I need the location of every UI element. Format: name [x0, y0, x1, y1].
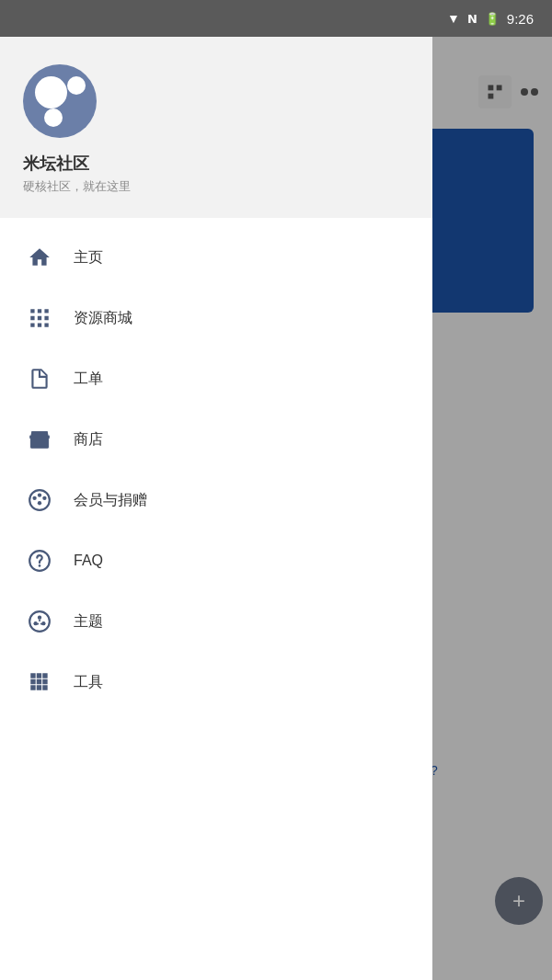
nav-item-membership[interactable]: 会员与捐赠 — [0, 470, 432, 530]
nav-label-store: 资源商城 — [74, 309, 132, 328]
battery-icon: 🔋 — [485, 12, 500, 26]
nav-item-home[interactable]: 主页 — [0, 227, 432, 288]
svg-point-14 — [34, 621, 38, 625]
nav-item-faq[interactable]: FAQ — [0, 530, 432, 591]
faq-icon — [26, 547, 53, 575]
shop-icon — [26, 426, 53, 453]
nav-label-faq: FAQ — [74, 553, 103, 569]
svg-point-10 — [39, 564, 41, 567]
wifi-icon: ▼ — [447, 11, 460, 26]
drawer-header: 米坛社区 硬核社区，就在这里 — [0, 37, 432, 218]
nav-label-tools: 工具 — [74, 673, 103, 692]
grid-icon — [26, 304, 53, 332]
navigation-drawer: 米坛社区 硬核社区，就在这里 主页 资源商城 — [0, 37, 432, 980]
nav-label-theme: 主题 — [74, 612, 103, 632]
logo-circle-small-bl — [44, 108, 63, 127]
logo-circles — [35, 76, 86, 127]
nav-item-shop[interactable]: 商店 — [0, 409, 432, 470]
theme-icon — [26, 608, 53, 635]
file-icon — [26, 365, 53, 393]
nav-item-tools[interactable]: 工具 — [0, 652, 432, 712]
svg-point-5 — [32, 496, 36, 500]
membership-icon — [26, 486, 53, 514]
nav-label-shop: 商店 — [74, 430, 103, 450]
app-logo — [23, 64, 97, 138]
app-tagline: 硬核社区，就在这里 — [23, 178, 131, 195]
logo-circle-large — [35, 76, 67, 108]
svg-point-8 — [38, 493, 41, 496]
app-name: 米坛社区 — [23, 153, 89, 175]
tools-icon — [26, 668, 53, 696]
nav-label-home: 主页 — [74, 248, 103, 268]
nav-item-store[interactable]: 资源商城 — [0, 288, 432, 348]
nav-label-membership: 会员与捐赠 — [74, 491, 147, 510]
nav-list: 主页 资源商城 工单 — [0, 218, 432, 980]
status-bar: ▼ 𝗡 🔋 9:26 — [0, 0, 552, 37]
nav-item-ticket[interactable]: 工单 — [0, 348, 432, 409]
svg-point-13 — [41, 621, 45, 625]
nav-label-ticket: 工单 — [74, 370, 103, 389]
logo-circle-small-tr — [67, 76, 86, 95]
svg-point-7 — [38, 501, 41, 505]
nav-item-theme[interactable]: 主题 — [0, 591, 432, 652]
home-icon — [26, 244, 53, 271]
svg-point-12 — [38, 616, 41, 620]
status-time: 9:26 — [507, 11, 534, 27]
svg-point-6 — [42, 496, 46, 500]
signal-icon: 𝗡 — [467, 12, 477, 26]
